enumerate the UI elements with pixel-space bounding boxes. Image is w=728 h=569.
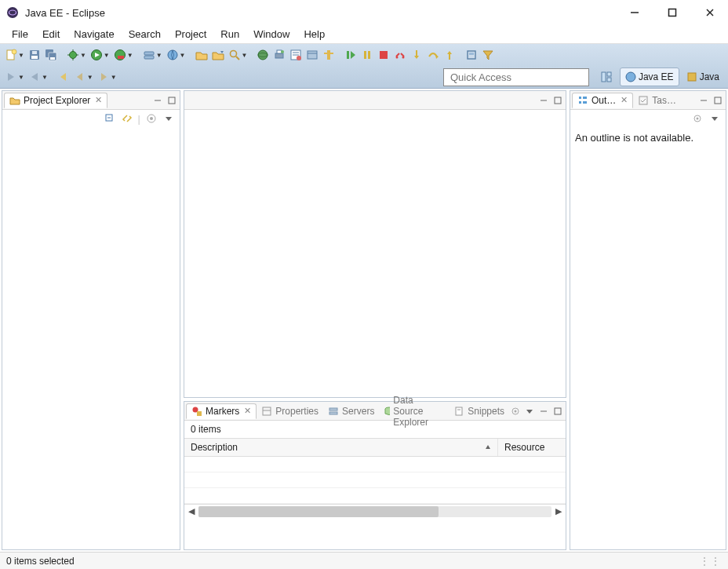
run-on-server-dropdown[interactable]: ▼	[127, 52, 135, 59]
editor-maximize-button[interactable]	[551, 94, 564, 107]
back-button[interactable]	[56, 69, 71, 85]
menu-edit[interactable]: Edit	[35, 27, 67, 42]
project-explorer-tabbar: Project Explorer ✕	[2, 91, 180, 110]
run-dropdown[interactable]: ▼	[104, 52, 111, 59]
menu-window[interactable]: Window	[246, 27, 297, 42]
project-explorer-maximize-button[interactable]	[166, 94, 178, 107]
run-on-server-button[interactable]	[112, 47, 128, 63]
scroll-right-icon[interactable]: ▶	[551, 506, 566, 516]
menu-run[interactable]: Run	[213, 27, 246, 42]
markers-tab[interactable]: Markers ✕	[186, 403, 257, 419]
servers-tab[interactable]: Servers	[323, 404, 379, 418]
tasks-tab[interactable]: Tas…	[633, 93, 681, 108]
menu-file[interactable]: File	[5, 27, 35, 42]
terminate-button[interactable]	[376, 47, 391, 63]
open-type-button[interactable]	[194, 47, 209, 63]
markers-minimize-button[interactable]	[537, 405, 550, 418]
maximize-button[interactable]	[661, 3, 684, 22]
svg-point-33	[281, 50, 284, 53]
print-button[interactable]	[271, 47, 287, 63]
new-web-button[interactable]	[165, 47, 180, 63]
back-history-button[interactable]	[72, 69, 88, 85]
focus-task-button[interactable]	[144, 111, 159, 126]
forward-button[interactable]	[96, 69, 111, 85]
open-resource-button[interactable]	[210, 47, 226, 63]
next-annotation-button[interactable]	[3, 69, 19, 85]
use-step-filters-button[interactable]	[480, 47, 496, 63]
run-button[interactable]	[89, 47, 104, 63]
svg-marker-43	[351, 51, 355, 59]
step-into-button[interactable]	[409, 47, 424, 63]
debug-dropdown[interactable]: ▼	[80, 52, 88, 59]
project-explorer-close-icon[interactable]: ✕	[95, 95, 102, 105]
menu-search[interactable]: Search	[122, 27, 168, 42]
svg-rect-89	[579, 97, 581, 99]
markers-col-description[interactable]: Description	[184, 439, 498, 456]
toggle-breadcrumb-button[interactable]	[321, 47, 337, 63]
svg-rect-81	[456, 407, 462, 415]
prev-annotation-button[interactable]	[27, 69, 42, 85]
minimize-button[interactable]	[623, 3, 646, 22]
new-server-dropdown[interactable]: ▼	[156, 52, 164, 59]
pin-button[interactable]	[304, 47, 320, 63]
outline-minimize-button[interactable]	[697, 94, 710, 107]
new-dropdown[interactable]: ▼	[18, 52, 26, 59]
snippets-tab[interactable]: Snippets	[449, 404, 509, 418]
outline-focus-button[interactable]	[690, 111, 705, 126]
perspective-javaee[interactable]: Java EE	[620, 67, 679, 86]
prev-annotation-dropdown[interactable]: ▼	[42, 74, 49, 81]
back-history-dropdown[interactable]: ▼	[87, 74, 95, 81]
link-editor-button[interactable]	[119, 111, 135, 126]
menu-navigate[interactable]: Navigate	[67, 27, 121, 42]
resize-grip-icon[interactable]: ⋮⋮	[700, 556, 722, 567]
outline-maximize-button[interactable]	[712, 94, 724, 107]
outline-tab[interactable]: Out… ✕	[572, 93, 633, 108]
drop-to-frame-button[interactable]	[464, 47, 479, 63]
outline-close-icon[interactable]: ✕	[621, 95, 628, 105]
collapse-all-button[interactable]	[102, 111, 118, 126]
svg-line-28	[236, 57, 239, 60]
project-explorer-minimize-button[interactable]	[151, 94, 164, 107]
search-dropdown[interactable]: ▼	[242, 52, 249, 59]
save-button[interactable]	[27, 47, 42, 63]
new-button[interactable]	[3, 47, 19, 63]
step-over-button[interactable]	[425, 47, 441, 63]
outline-view-menu-button[interactable]	[707, 111, 723, 126]
properties-tab[interactable]: Properties	[257, 404, 323, 418]
resume-button[interactable]	[343, 47, 359, 63]
open-web-browser-button[interactable]	[255, 47, 271, 63]
search-button[interactable]	[227, 47, 242, 63]
forward-dropdown[interactable]: ▼	[111, 74, 118, 81]
markers-close-icon[interactable]: ✕	[244, 406, 251, 416]
svg-point-63	[626, 72, 635, 82]
open-perspective-button[interactable]	[595, 67, 618, 86]
task-button[interactable]	[288, 47, 304, 63]
perspective-java[interactable]: Java	[681, 67, 725, 86]
debug-button[interactable]	[65, 47, 81, 63]
save-all-button[interactable]	[43, 47, 59, 63]
svg-rect-3	[669, 9, 676, 16]
suspend-button[interactable]	[359, 47, 375, 63]
scroll-left-icon[interactable]: ◀	[184, 506, 198, 516]
project-explorer-tab[interactable]: Project Explorer ✕	[4, 93, 107, 108]
new-web-dropdown[interactable]: ▼	[180, 52, 187, 59]
next-annotation-dropdown[interactable]: ▼	[18, 74, 26, 81]
markers-maximize-button[interactable]	[551, 405, 564, 418]
view-menu-button[interactable]	[161, 111, 177, 126]
editor-minimize-button[interactable]	[537, 94, 550, 107]
scroll-thumb[interactable]	[198, 506, 439, 517]
markers-view-menu-button[interactable]	[523, 405, 536, 418]
disconnect-button[interactable]	[392, 47, 408, 63]
outline-icon	[577, 95, 588, 106]
svg-point-70	[150, 117, 153, 120]
markers-horizontal-scrollbar[interactable]: ◀ ▶	[184, 504, 566, 518]
close-button[interactable]	[698, 3, 722, 22]
scroll-track[interactable]	[198, 506, 551, 517]
quick-access-input[interactable]	[443, 68, 589, 86]
markers-focus-button[interactable]	[509, 405, 522, 418]
menu-project[interactable]: Project	[168, 27, 213, 42]
step-return-button[interactable]	[442, 47, 457, 63]
menu-help[interactable]: Help	[297, 27, 332, 42]
new-server-button[interactable]	[141, 47, 157, 63]
svg-marker-88	[486, 445, 490, 449]
